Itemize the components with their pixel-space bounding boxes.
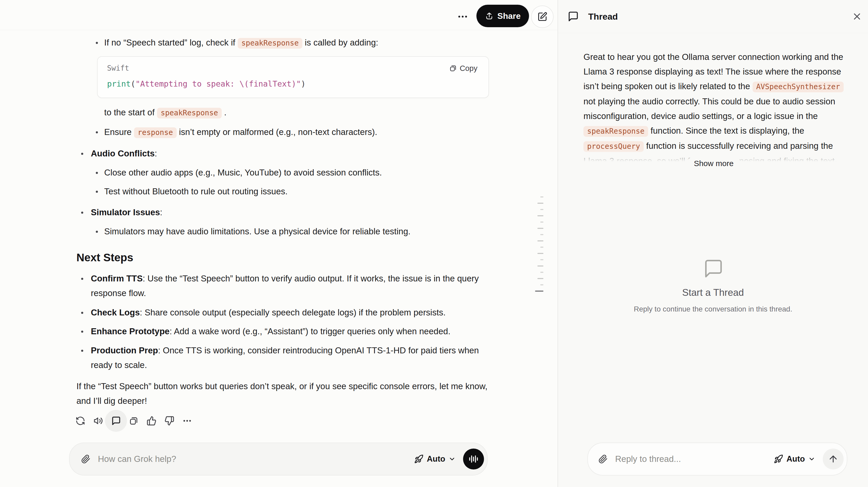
- outline-dash: [540, 209, 544, 210]
- rocket-icon: [414, 454, 424, 464]
- outline-dash: [537, 240, 544, 241]
- list-item-bold: Audio Conflicts: [91, 149, 155, 158]
- list-item-text: : Add a wake word (e.g., “Assistant”) to…: [169, 326, 451, 336]
- thread-panel: Thread Great to hear you got the Ollama …: [558, 0, 868, 487]
- message-actions: [75, 410, 489, 432]
- edit-icon: [537, 12, 547, 22]
- list-item-text: :: [155, 149, 157, 158]
- code-block-header: Swift Copy: [107, 63, 479, 73]
- attach-button[interactable]: [80, 453, 92, 465]
- section-heading: Next Steps: [76, 251, 489, 264]
- list-item-bold: Production Prep: [91, 346, 158, 355]
- thumbs-down-button[interactable]: [164, 416, 175, 426]
- list-item-bold: Check Logs: [91, 307, 140, 317]
- show-more-button[interactable]: Show more: [687, 158, 741, 169]
- inline-code: response: [134, 127, 177, 138]
- outline-dash: [540, 234, 544, 235]
- message-input[interactable]: [97, 454, 412, 464]
- list-item: Check Logs: Share console output (especi…: [76, 305, 489, 320]
- copy-button-label: Copy: [460, 64, 477, 73]
- outline-dash: [540, 247, 544, 248]
- empty-state-subtitle: Reply to continue the conversation in th…: [558, 305, 868, 313]
- list-item: Production Prep: Once TTS is working, co…: [76, 343, 489, 372]
- thread-attach-button[interactable]: [597, 453, 609, 465]
- outline-dash: [537, 253, 544, 254]
- paragraph-text: to the start of: [104, 107, 157, 117]
- list-item: Confirm TTS: Use the “Test Speech” butto…: [76, 271, 489, 300]
- send-reply-button[interactable]: [823, 449, 844, 469]
- list-item: Simulators may have audio limitations. U…: [76, 224, 489, 239]
- read-aloud-button[interactable]: [93, 416, 103, 426]
- paragraph-text: .: [222, 107, 226, 117]
- code-keyword: print: [107, 79, 131, 88]
- speech-bubble-icon: [702, 258, 724, 279]
- list-item: Simulator Issues:: [76, 205, 489, 220]
- code-paren: ): [301, 79, 306, 88]
- paragraph: to the start of speakResponse .: [76, 105, 489, 120]
- paperclip-icon: [598, 454, 608, 464]
- waveform-icon: [468, 453, 479, 465]
- upload-icon: [485, 11, 494, 21]
- list-item-bold: Enhance Prototype: [91, 326, 169, 336]
- chevron-down-icon: [808, 455, 815, 463]
- new-chat-button[interactable]: [531, 5, 554, 28]
- thread-text: not playing the audio correctly. This co…: [584, 97, 835, 121]
- copy-icon: [449, 64, 457, 72]
- code-string: "Attempting to speak: \(finalText)": [135, 79, 301, 88]
- list-item-text: If no “Speech started” log, check if: [104, 38, 238, 47]
- outline-dash: [537, 203, 544, 204]
- thread-message-text: Great to hear you got the Ollama server …: [584, 50, 844, 162]
- outline-dash: [540, 259, 544, 260]
- thread-mode-selector[interactable]: Auto: [772, 454, 817, 464]
- rocket-icon: [774, 454, 783, 464]
- thread-title: Thread: [588, 11, 618, 22]
- regenerate-button[interactable]: [75, 416, 86, 426]
- close-thread-button[interactable]: [851, 11, 863, 22]
- share-button-label: Share: [497, 11, 521, 21]
- inline-code: processQuery: [584, 141, 644, 152]
- empty-state-title: Start a Thread: [558, 287, 868, 298]
- list-item-bold: Simulator Issues: [91, 207, 160, 217]
- outline-dash: [537, 215, 544, 216]
- thread-message-preview: Great to hear you got the Ollama server …: [584, 50, 844, 169]
- outline-dash: [540, 196, 544, 197]
- code-language-label: Swift: [107, 61, 129, 75]
- inline-code: AVSpeechSynthesizer: [752, 82, 844, 92]
- arrow-up-icon: [828, 454, 838, 464]
- list-item: Test without Bluetooth to rule out routi…: [76, 184, 489, 199]
- list-item-text: : Use the “Test Speech” button to verify…: [91, 273, 479, 298]
- scroll-outline[interactable]: [535, 196, 544, 292]
- copy-response-button[interactable]: [128, 416, 139, 426]
- mode-label: Auto: [786, 454, 805, 464]
- outline-dash: [537, 278, 544, 279]
- thread-button[interactable]: [111, 416, 121, 426]
- list-item: Ensure response isn’t empty or malformed…: [76, 125, 489, 140]
- thread-reply-input[interactable]: [615, 454, 772, 464]
- mode-selector[interactable]: Auto: [412, 454, 457, 464]
- more-actions-button[interactable]: [182, 416, 192, 426]
- more-options-button[interactable]: [456, 10, 469, 23]
- close-icon: [852, 11, 862, 22]
- list-item-text: : Share console output (especially speec…: [140, 307, 446, 317]
- thumbs-up-button[interactable]: [146, 416, 157, 426]
- list-item: If no “Speech started” log, check if spe…: [76, 35, 489, 51]
- list-item: Audio Conflicts:: [76, 146, 489, 161]
- list-item-text: is called by adding:: [302, 38, 378, 47]
- assistant-message: If no “Speech started” log, check if spe…: [76, 35, 489, 432]
- thread-header: Thread: [558, 0, 868, 33]
- outline-dash: [540, 222, 544, 223]
- outline-dash: [537, 228, 544, 229]
- list-item-text: :: [160, 207, 162, 217]
- outline-dash: [540, 272, 544, 273]
- thread-bubble-icon: [567, 11, 579, 22]
- outline-dash: [537, 265, 544, 266]
- thread-empty-state: Start a Thread Reply to continue the con…: [558, 258, 868, 313]
- list-item-text: isn’t empty or malformed (e.g., non-text…: [177, 127, 377, 137]
- chat-pane: Share If no “Speech started” log, check …: [0, 0, 558, 487]
- mode-label: Auto: [427, 454, 445, 464]
- thread-composer: Auto: [587, 443, 847, 476]
- list-item: Enhance Prototype: Add a wake word (e.g.…: [76, 324, 489, 339]
- share-button[interactable]: Share: [476, 5, 529, 27]
- voice-mode-button[interactable]: [463, 449, 484, 469]
- copy-code-button[interactable]: Copy: [447, 64, 479, 73]
